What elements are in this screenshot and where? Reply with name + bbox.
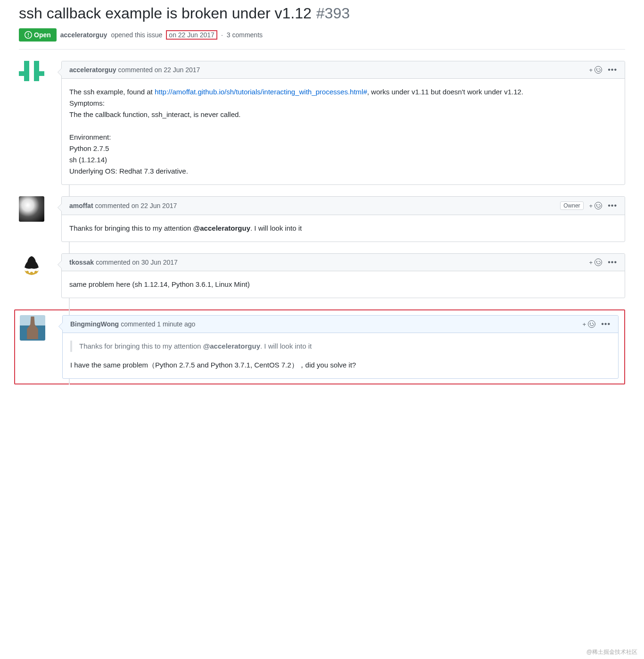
add-reaction-button[interactable]: + (589, 66, 603, 74)
comment-item: BingmingWong commented 1 minute ago + ••… (62, 315, 619, 379)
add-reaction-button[interactable]: + (589, 259, 603, 266)
avatar[interactable] (19, 196, 44, 222)
issue-title: ssh callback example is broken under v1.… (19, 4, 312, 23)
comments-count: 3 comments (227, 31, 263, 39)
svg-point-1 (26, 271, 29, 274)
kebab-icon: ••• (601, 320, 611, 328)
smiley-icon (594, 259, 602, 266)
comment-date[interactable]: on 22 Jun 2017 (132, 202, 177, 209)
comment-header: BingmingWong commented 1 minute ago + ••… (63, 316, 618, 333)
comment-body: The ssh example, found at http://amoffat… (62, 79, 625, 184)
smiley-icon (588, 320, 595, 328)
highlight-date: on 22 Jun 2017 (166, 30, 217, 40)
comment-body: same problem here (sh 1.12.14, Python 3.… (62, 271, 625, 298)
comment-menu-button[interactable]: ••• (601, 320, 611, 328)
quote-block: Thanks for bringing this to my attention… (70, 341, 611, 352)
state-label: Open (34, 31, 51, 39)
add-reaction-button[interactable]: + (583, 320, 596, 328)
comment-header: acceleratorguy commented on 22 Jun 2017 … (62, 61, 625, 79)
comment-verb: commented (96, 259, 130, 266)
kebab-icon: ••• (608, 202, 617, 209)
kebab-icon: ••• (608, 259, 617, 266)
comment-item: tkossak commented on 30 Jun 2017 + ••• s… (61, 253, 625, 298)
highlight-box: BingmingWong commented 1 minute ago + ••… (14, 309, 625, 384)
timeline: acceleratorguy commented on 22 Jun 2017 … (19, 61, 625, 384)
comment-date[interactable]: on 22 Jun 2017 (155, 66, 200, 74)
comment-header: tkossak commented on 30 Jun 2017 + ••• (62, 254, 625, 271)
comment-date[interactable]: 1 minute ago (157, 320, 195, 328)
role-badge: Owner (560, 201, 583, 210)
comment-menu-button[interactable]: ••• (608, 66, 617, 74)
issue-author-link[interactable]: acceleratorguy (60, 31, 107, 39)
separator: · (221, 31, 223, 39)
comment-verb: commented (118, 66, 153, 74)
avatar[interactable] (19, 253, 44, 279)
comment-author-link[interactable]: acceleratorguy (69, 66, 116, 74)
smiley-icon (594, 202, 602, 209)
svg-point-2 (34, 271, 37, 274)
mention-link[interactable]: @acceleratorguy (203, 342, 260, 350)
issue-open-icon (25, 31, 32, 39)
avatar[interactable] (20, 315, 45, 341)
opened-text: opened this issue (111, 31, 162, 39)
comment-header: amoffat commented on 22 Jun 2017 Owner +… (62, 197, 625, 215)
comment-verb: commented (95, 202, 130, 209)
comment-author-link[interactable]: tkossak (69, 259, 94, 266)
issue-meta: Open acceleratorguy opened this issue on… (19, 28, 625, 42)
comment-item: amoffat commented on 22 Jun 2017 Owner +… (61, 196, 625, 242)
comment-verb: commented (121, 320, 155, 328)
comment-author-link[interactable]: amoffat (69, 202, 93, 209)
avatar[interactable] (19, 61, 44, 86)
comment-menu-button[interactable]: ••• (608, 259, 617, 266)
comment-body: Thanks for bringing this to my attention… (62, 215, 625, 242)
smiley-icon (594, 66, 602, 74)
comment-body: Thanks for bringing this to my attention… (63, 333, 618, 378)
issue-header: ssh callback example is broken under v1.… (19, 0, 625, 50)
comment-item: acceleratorguy commented on 22 Jun 2017 … (61, 61, 625, 185)
comment-menu-button[interactable]: ••• (608, 202, 617, 209)
add-reaction-button[interactable]: + (589, 202, 603, 209)
issue-number: #393 (316, 5, 350, 22)
comment-date[interactable]: on 30 Jun 2017 (132, 259, 178, 266)
state-badge-open: Open (19, 28, 57, 42)
svg-point-3 (30, 272, 33, 275)
body-link[interactable]: http://amoffat.github.io/sh/tutorials/in… (155, 88, 367, 96)
comment-author-link[interactable]: BingmingWong (70, 320, 119, 328)
kebab-icon: ••• (608, 66, 617, 74)
mention-link[interactable]: @acceleratorguy (193, 224, 250, 232)
